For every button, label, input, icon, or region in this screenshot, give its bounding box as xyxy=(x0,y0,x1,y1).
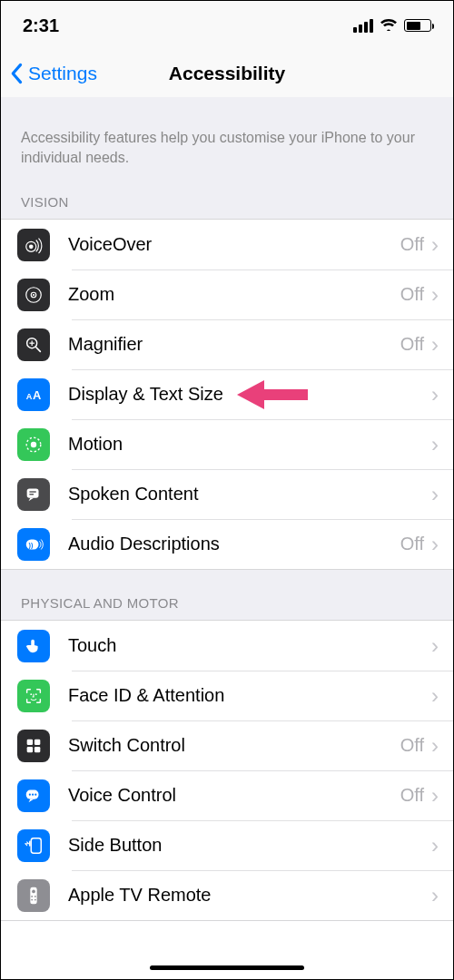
svg-point-19 xyxy=(35,693,37,695)
row-label: Zoom xyxy=(68,284,400,305)
chevron-right-icon: › xyxy=(431,284,439,306)
row-label: Spoken Content xyxy=(68,484,431,505)
row-value: Off xyxy=(400,334,424,355)
svg-rect-23 xyxy=(35,747,40,752)
chevron-right-icon: › xyxy=(431,735,439,757)
row-voice-control[interactable]: Voice Control Off › xyxy=(1,770,453,820)
row-label: Display & Text Size xyxy=(68,384,431,405)
svg-point-35 xyxy=(35,898,36,900)
row-display-text-size[interactable]: AA Display & Text Size › xyxy=(1,369,453,419)
svg-text:)): )) xyxy=(29,540,34,548)
intro-text: Accessibility features help you customis… xyxy=(1,97,453,185)
section-header-physical: PHYSICAL AND MOTOR xyxy=(1,570,453,620)
spoken-content-icon xyxy=(17,478,50,511)
chevron-right-icon: › xyxy=(431,685,439,707)
row-spoken-content[interactable]: Spoken Content › xyxy=(1,469,453,519)
row-value: Off xyxy=(400,284,424,305)
magnifier-icon xyxy=(17,328,50,361)
row-value: Off xyxy=(400,785,424,806)
row-label: Magnifier xyxy=(68,334,400,355)
svg-point-1 xyxy=(29,244,34,249)
row-label: Face ID & Attention xyxy=(68,685,431,706)
apple-tv-remote-icon xyxy=(17,879,50,912)
row-touch[interactable]: Touch › xyxy=(1,621,453,671)
svg-point-12 xyxy=(31,441,36,446)
list-physical: Touch › Face ID & Attention › Switch Con… xyxy=(1,620,453,921)
row-label: Switch Control xyxy=(68,735,400,756)
chevron-left-icon xyxy=(10,63,25,84)
svg-point-18 xyxy=(30,693,32,695)
row-apple-tv-remote[interactable]: Apple TV Remote › xyxy=(1,870,453,920)
chevron-right-icon: › xyxy=(431,334,439,356)
audio-descriptions-icon: )) xyxy=(17,528,50,561)
touch-icon xyxy=(17,630,50,662)
row-label: Motion xyxy=(68,434,431,455)
status-time: 2:31 xyxy=(23,15,59,36)
row-side-button[interactable]: Side Button › xyxy=(1,820,453,870)
row-label: Side Button xyxy=(68,835,431,856)
voice-control-icon xyxy=(17,779,50,812)
chevron-right-icon: › xyxy=(431,234,439,256)
row-label: Apple TV Remote xyxy=(68,885,431,906)
chevron-right-icon: › xyxy=(431,434,439,456)
chevron-right-icon: › xyxy=(431,484,439,505)
motion-icon xyxy=(17,428,50,461)
row-label: Audio Descriptions xyxy=(68,534,400,554)
chevron-right-icon: › xyxy=(431,785,439,807)
list-vision: VoiceOver Off › Zoom Off › Magnifier Off… xyxy=(1,219,453,570)
svg-rect-13 xyxy=(27,488,39,497)
row-label: VoiceOver xyxy=(68,234,400,255)
svg-text:A: A xyxy=(26,391,33,400)
row-motion[interactable]: Motion › xyxy=(1,419,453,469)
svg-rect-22 xyxy=(27,747,33,752)
device-frame: 2:31 Settings Accessibility Accessibilit… xyxy=(0,0,454,980)
home-indicator xyxy=(150,965,304,970)
row-label: Voice Control xyxy=(68,785,400,806)
voiceover-icon xyxy=(17,229,50,261)
wifi-icon xyxy=(380,16,398,35)
row-value: Off xyxy=(400,735,424,756)
svg-point-32 xyxy=(31,896,33,897)
back-label: Settings xyxy=(28,63,97,84)
status-right xyxy=(353,16,431,35)
svg-rect-28 xyxy=(31,838,41,853)
svg-point-26 xyxy=(32,793,34,795)
svg-rect-20 xyxy=(27,739,33,744)
svg-point-33 xyxy=(35,896,36,897)
row-switch-control[interactable]: Switch Control Off › xyxy=(1,720,453,770)
row-voiceover[interactable]: VoiceOver Off › xyxy=(1,220,453,270)
side-button-icon xyxy=(17,829,50,862)
chevron-right-icon: › xyxy=(431,835,439,857)
switch-control-icon xyxy=(17,730,50,762)
svg-point-25 xyxy=(29,793,31,795)
cell-signal-icon xyxy=(353,19,373,33)
display-text-size-icon: AA xyxy=(17,378,50,411)
back-button[interactable]: Settings xyxy=(1,63,97,84)
svg-point-4 xyxy=(33,294,35,296)
svg-rect-30 xyxy=(30,887,36,904)
svg-line-6 xyxy=(36,347,41,351)
row-value: Off xyxy=(400,234,424,255)
svg-rect-15 xyxy=(29,494,34,495)
svg-rect-14 xyxy=(29,491,35,492)
face-id-icon xyxy=(17,680,50,712)
battery-icon xyxy=(404,19,431,32)
svg-point-34 xyxy=(31,898,33,900)
chevron-right-icon: › xyxy=(431,534,439,555)
row-magnifier[interactable]: Magnifier Off › xyxy=(1,319,453,369)
chevron-right-icon: › xyxy=(431,384,439,406)
row-audio-descriptions[interactable]: )) Audio Descriptions Off › xyxy=(1,519,453,569)
row-zoom[interactable]: Zoom Off › xyxy=(1,270,453,319)
row-value: Off xyxy=(400,534,424,554)
svg-point-27 xyxy=(35,793,36,795)
row-label: Touch xyxy=(68,635,431,656)
status-bar: 2:31 xyxy=(1,1,453,50)
svg-text:A: A xyxy=(33,387,41,401)
chevron-right-icon: › xyxy=(431,885,439,906)
row-face-id[interactable]: Face ID & Attention › xyxy=(1,671,453,720)
chevron-right-icon: › xyxy=(431,635,439,657)
nav-bar: Settings Accessibility xyxy=(1,50,453,97)
section-header-vision: VISION xyxy=(1,185,453,219)
zoom-icon xyxy=(17,279,50,311)
svg-rect-21 xyxy=(35,739,40,744)
